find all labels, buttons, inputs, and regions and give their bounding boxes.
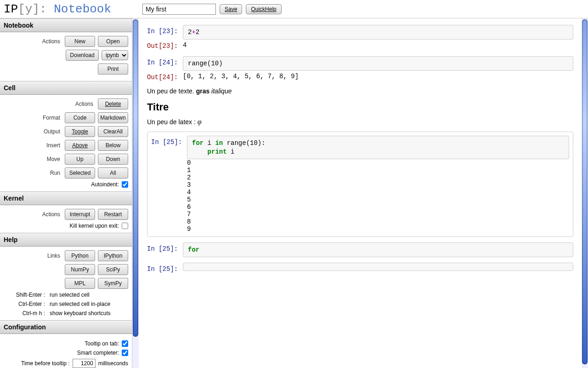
code-input[interactable]: range(10): [183, 56, 573, 71]
cell-actions-label: Actions: [4, 101, 93, 107]
markdown-latex[interactable]: Un peu de latex : φ: [147, 118, 573, 126]
new-button[interactable]: New: [65, 36, 95, 47]
numpy-link[interactable]: NumPy: [65, 264, 95, 275]
cell-output: 4: [183, 40, 187, 51]
in-prompt: In [25]:: [151, 136, 187, 146]
output-label: Output: [4, 128, 60, 135]
above-button[interactable]: Above: [65, 140, 95, 151]
notebook-actions-label: Actions: [4, 38, 60, 45]
down-button[interactable]: Down: [98, 154, 128, 165]
section-help-header: Help: [0, 233, 132, 247]
run-label: Run: [4, 170, 60, 176]
time-tooltip-input[interactable]: [73, 359, 96, 368]
interrupt-button[interactable]: Interrupt: [65, 209, 95, 220]
cell-output: [0, 1, 2, 3, 4, 5, 6, 7, 8, 9]: [183, 71, 299, 82]
code-input[interactable]: [183, 263, 573, 271]
kill-kernel-label: Kill kernel upon exit:: [70, 223, 119, 229]
markdown-heading[interactable]: Titre: [147, 101, 573, 113]
out-prompt: Out[24]:: [147, 71, 183, 81]
restart-button[interactable]: Restart: [98, 209, 128, 220]
kill-kernel-checkbox[interactable]: [122, 223, 128, 229]
out-prompt: Out[23]:: [147, 40, 183, 50]
scipy-link[interactable]: SciPy: [98, 264, 128, 275]
open-button[interactable]: Open: [98, 36, 128, 47]
toggle-button[interactable]: Toggle: [65, 126, 95, 137]
in-prompt: In [23]:: [147, 25, 183, 35]
delete-button[interactable]: Delete: [98, 98, 128, 109]
run-selected-button[interactable]: Selected: [65, 167, 95, 178]
clearall-button[interactable]: ClearAll: [98, 126, 128, 137]
markdown-button[interactable]: Markdown: [98, 112, 128, 123]
up-button[interactable]: Up: [65, 154, 95, 165]
run-all-button[interactable]: All: [98, 167, 128, 178]
autoindent-label: Autoindent:: [91, 181, 119, 188]
help-links-label: Links: [4, 253, 60, 259]
sidebar-scrollbar[interactable]: [132, 18, 139, 368]
logo: IP[y]: Notebook: [4, 2, 111, 16]
notebook-content: In [23]: 2+2 Out[23]: 4 In [24]: range(1…: [139, 18, 582, 368]
code-cell[interactable]: In [25]:: [147, 263, 573, 273]
autoindent-checkbox[interactable]: [122, 181, 128, 188]
python-link[interactable]: Python: [65, 250, 95, 261]
smart-completer-checkbox[interactable]: [122, 350, 128, 356]
keyboard-shortcuts-list: Shift-Enter :run selected cell Ctrl-Ente…: [4, 292, 128, 316]
sidebar: Notebook Actions New Open Download ipynb…: [0, 18, 132, 368]
in-prompt: In [25]:: [147, 263, 183, 273]
code-cell[interactable]: In [23]: 2+2 Out[23]: 4: [147, 25, 573, 51]
format-label: Format: [4, 115, 60, 121]
print-button[interactable]: Print: [98, 63, 128, 75]
move-label: Move: [4, 156, 60, 162]
insert-label: Insert: [4, 142, 60, 149]
time-tooltip-unit: milliseconds: [98, 360, 128, 367]
code-cell[interactable]: In [25]: for i in range(10): print i 0 1…: [147, 132, 573, 236]
section-notebook-header: Notebook: [0, 18, 132, 32]
tooltip-tab-label: Tooltip on tab:: [85, 340, 119, 347]
in-prompt: In [24]:: [147, 56, 183, 66]
code-cell[interactable]: In [25]: for: [147, 242, 573, 257]
code-cell[interactable]: In [24]: range(10) Out[24]: [0, 1, 2, 3,…: [147, 56, 573, 82]
sympy-link[interactable]: SymPy: [98, 278, 128, 289]
download-button[interactable]: Download: [66, 50, 99, 61]
mpl-link[interactable]: MPL: [65, 278, 95, 289]
code-button[interactable]: Code: [65, 112, 95, 123]
in-prompt: In [25]:: [147, 242, 183, 253]
top-bar: IP[y]: Notebook Save QuickHelp: [0, 0, 588, 18]
code-input[interactable]: 2+2: [183, 25, 573, 40]
section-cell-header: Cell: [0, 81, 132, 95]
quickhelp-button[interactable]: QuickHelp: [246, 4, 281, 14]
notebook-title-input[interactable]: [142, 4, 216, 15]
download-format-select[interactable]: ipynb: [102, 50, 128, 60]
section-kernel-header: Kernel: [0, 191, 132, 205]
kernel-actions-label: Actions: [4, 211, 60, 218]
section-config-header: Configuration: [0, 320, 132, 334]
markdown-cell[interactable]: Un peu de texte. gras italique: [147, 87, 573, 95]
stream-output: 0 1 2 3 4 5 6 7 8 9: [151, 159, 569, 233]
ipython-link[interactable]: IPython: [98, 250, 128, 261]
smart-completer-label: Smart completer:: [77, 350, 119, 356]
save-button[interactable]: Save: [220, 4, 242, 14]
below-button[interactable]: Below: [98, 140, 128, 151]
content-scrollbar[interactable]: [582, 18, 588, 368]
tooltip-tab-checkbox[interactable]: [122, 340, 128, 347]
code-input[interactable]: for i in range(10): print i: [187, 136, 569, 159]
time-tooltip-label: Time before tooltip :: [21, 360, 70, 367]
code-input[interactable]: for: [183, 242, 573, 257]
